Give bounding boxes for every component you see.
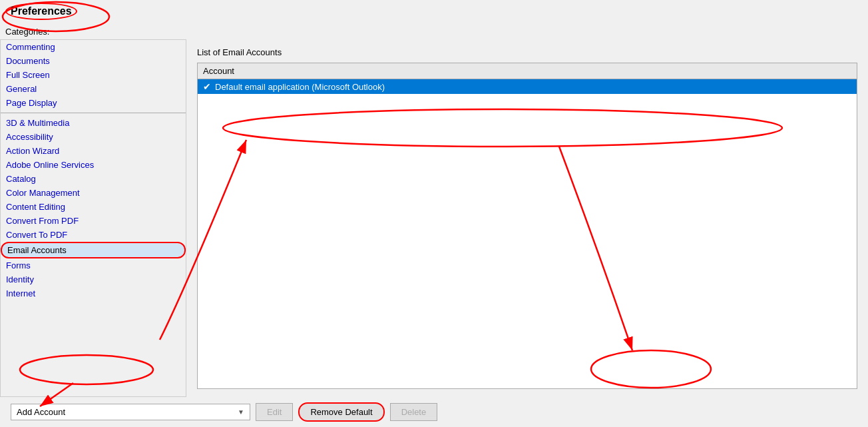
sidebar-item-internet[interactable]: Internet: [1, 286, 186, 300]
add-account-label: Add Account: [17, 407, 65, 417]
sidebar: CommentingDocumentsFull ScreenGeneralPag…: [0, 39, 186, 397]
sidebar-item-convert-from-pdf[interactable]: Convert From PDF: [1, 214, 186, 228]
dialog-title: Preferences: [5, 3, 77, 20]
sidebar-item-3d-multimedia[interactable]: 3D & Multimedia: [1, 116, 186, 130]
account-table: ✔Default email application (Microsoft Ou…: [198, 79, 857, 388]
default-check-icon: ✔: [203, 81, 211, 92]
account-label: Default email application (Microsoft Out…: [215, 82, 385, 92]
sidebar-item-documents[interactable]: Documents: [1, 54, 186, 68]
categories-label: Categories:: [0, 21, 868, 39]
sidebar-item-color-management[interactable]: Color Management: [1, 186, 186, 200]
sidebar-item-accessibility[interactable]: Accessibility: [1, 130, 186, 144]
main-content: CommentingDocumentsFull ScreenGeneralPag…: [0, 39, 868, 397]
sidebar-item-catalog[interactable]: Catalog: [1, 172, 186, 186]
sidebar-item-full-screen[interactable]: Full Screen: [1, 68, 186, 82]
sidebar-item-action-wizard[interactable]: Action Wizard: [1, 144, 186, 158]
sidebar-item-adobe-online-services[interactable]: Adobe Online Services: [1, 158, 186, 172]
sidebar-item-content-editing[interactable]: Content Editing: [1, 200, 186, 214]
sidebar-item-commenting[interactable]: Commenting: [1, 40, 186, 54]
sidebar-item-general[interactable]: General: [1, 82, 186, 96]
account-column-header: Account: [198, 63, 857, 79]
preferences-dialog: Preferences Categories: CommentingDocume…: [0, 0, 868, 427]
remove-default-button[interactable]: Remove Default: [298, 402, 384, 422]
sidebar-item-identity[interactable]: Identity: [1, 272, 186, 286]
sidebar-item-email-accounts[interactable]: Email Accounts: [1, 242, 186, 258]
sidebar-divider: [1, 113, 186, 113]
sidebar-bottom-group: 3D & MultimediaAccessibilityAction Wizar…: [1, 116, 186, 300]
sidebar-item-page-display[interactable]: Page Display: [1, 96, 186, 110]
delete-button[interactable]: Delete: [390, 403, 438, 421]
edit-button[interactable]: Edit: [256, 403, 293, 421]
dropdown-arrow-icon: ▼: [238, 408, 244, 416]
account-row[interactable]: ✔Default email application (Microsoft Ou…: [198, 79, 857, 94]
title-bar: Preferences: [0, 0, 868, 21]
sidebar-list: CommentingDocumentsFull ScreenGeneralPag…: [1, 40, 186, 396]
add-account-dropdown[interactable]: Add Account ▼: [11, 404, 250, 420]
right-panel: List of Email Accounts Account ✔Default …: [186, 39, 868, 397]
email-accounts-panel: Account ✔Default email application (Micr…: [197, 63, 857, 389]
sidebar-item-forms[interactable]: Forms: [1, 258, 186, 272]
sidebar-item-convert-to-pdf[interactable]: Convert To PDF: [1, 228, 186, 242]
section-title: List of Email Accounts: [197, 47, 857, 57]
bottom-bar: Add Account ▼ Edit Remove Default Delete: [0, 397, 868, 427]
sidebar-top-group: CommentingDocumentsFull ScreenGeneralPag…: [1, 40, 186, 110]
